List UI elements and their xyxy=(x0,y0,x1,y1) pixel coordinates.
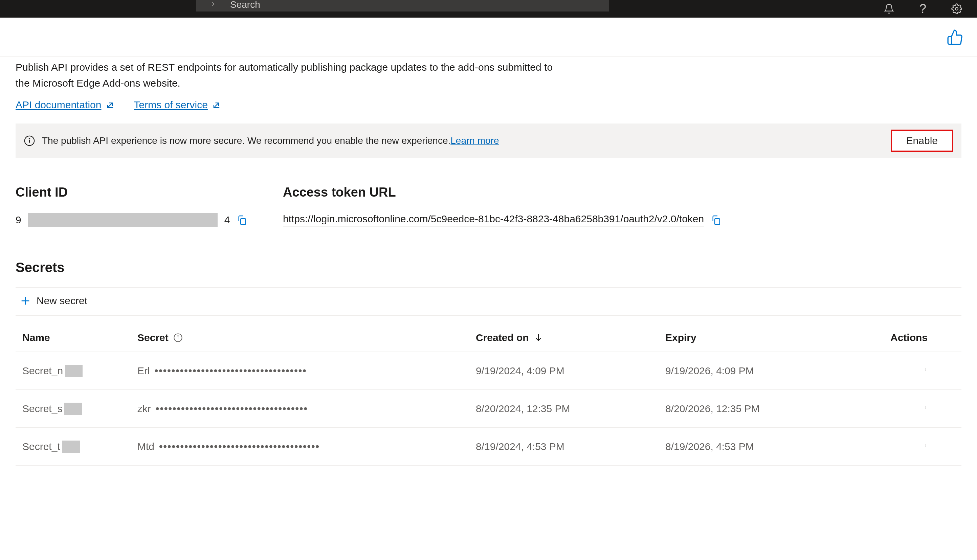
top-header-bar: Search ? xyxy=(0,0,977,18)
client-id-value-row: 9 4 xyxy=(15,213,283,227)
client-id-heading: Client ID xyxy=(15,185,283,200)
secret-value-cell: Erl•••••••••••••••••••••••••••••••••••• xyxy=(137,365,476,377)
id-token-section: Client ID 9 4 Access token URL https://l… xyxy=(15,185,962,227)
info-banner: The publish API experience is now more s… xyxy=(15,123,962,158)
terms-of-service-link[interactable]: Terms of service xyxy=(134,99,221,111)
name-redacted xyxy=(65,365,83,377)
secret-created-cell: 8/19/2024, 4:53 PM xyxy=(476,441,665,452)
secrets-heading: Secrets xyxy=(15,260,962,275)
name-redacted xyxy=(62,440,80,453)
access-token-value-row: https://login.microsoftonline.com/5c9eed… xyxy=(283,213,962,227)
copy-icon[interactable] xyxy=(237,215,247,225)
chevron-right-icon xyxy=(210,0,217,10)
external-link-icon xyxy=(212,100,221,110)
svg-point-21 xyxy=(925,446,926,447)
col-header-name[interactable]: Name xyxy=(22,332,137,343)
search-placeholder-text: Search xyxy=(230,0,260,10)
svg-point-0 xyxy=(955,7,958,10)
secret-actions-cell xyxy=(848,401,955,416)
api-documentation-link[interactable]: API documentation xyxy=(15,99,115,111)
secret-expiry-cell: 8/20/2026, 12:35 PM xyxy=(665,403,848,415)
plus-icon xyxy=(20,295,31,307)
svg-point-14 xyxy=(925,369,926,370)
doc-links-row: API documentation Terms of service xyxy=(15,99,962,111)
svg-point-15 xyxy=(925,370,926,371)
new-secret-button[interactable]: New secret xyxy=(20,295,87,307)
svg-point-13 xyxy=(925,368,926,369)
svg-point-4 xyxy=(29,138,30,139)
search-input[interactable]: Search xyxy=(196,0,609,12)
secret-created-cell: 9/19/2024, 4:09 PM xyxy=(476,365,665,377)
feedback-band xyxy=(0,18,977,57)
client-id-block: Client ID 9 4 xyxy=(15,185,283,227)
more-icon[interactable] xyxy=(924,439,928,454)
gear-icon[interactable] xyxy=(950,2,964,15)
table-row: Secret_n Erl••••••••••••••••••••••••••••… xyxy=(15,352,962,390)
external-link-icon xyxy=(105,100,115,110)
client-id-suffix: 4 xyxy=(224,214,230,226)
header-icon-group: ? xyxy=(882,2,970,15)
col-header-expiry[interactable]: Expiry xyxy=(665,332,848,343)
more-icon[interactable] xyxy=(924,363,928,378)
col-header-secret[interactable]: Secret xyxy=(137,332,476,343)
info-icon[interactable] xyxy=(173,333,183,342)
secret-actions-cell xyxy=(848,439,955,454)
thumbs-up-icon[interactable] xyxy=(947,29,964,46)
copy-icon[interactable] xyxy=(711,215,722,225)
help-icon[interactable]: ? xyxy=(916,2,930,15)
svg-point-20 xyxy=(925,445,926,446)
access-token-url: https://login.microsoftonline.com/5c9eed… xyxy=(283,213,704,227)
secret-expiry-cell: 8/19/2026, 4:53 PM xyxy=(665,441,848,452)
table-row: Secret_s zkr••••••••••••••••••••••••••••… xyxy=(15,390,962,428)
secret-name-cell: Secret_t xyxy=(22,440,137,453)
svg-point-16 xyxy=(925,406,926,407)
table-header-row: Name Secret Created on Expiry Actions xyxy=(15,324,962,352)
secret-expiry-cell: 9/19/2026, 4:09 PM xyxy=(665,365,848,377)
secret-value-cell: zkr•••••••••••••••••••••••••••••••••••• xyxy=(137,403,476,415)
col-header-created[interactable]: Created on xyxy=(476,332,665,343)
secret-created-cell: 8/20/2024, 12:35 PM xyxy=(476,403,665,415)
col-header-actions: Actions xyxy=(848,332,955,343)
info-icon xyxy=(24,135,35,147)
secret-name-cell: Secret_n xyxy=(22,365,137,377)
name-redacted xyxy=(64,403,82,415)
secret-name-cell: Secret_s xyxy=(22,403,137,415)
banner-text: The publish API experience is now more s… xyxy=(42,135,450,146)
svg-point-11 xyxy=(178,336,178,336)
secret-actions-cell xyxy=(848,363,955,378)
svg-point-17 xyxy=(925,407,926,408)
access-token-heading: Access token URL xyxy=(283,185,962,200)
svg-rect-5 xyxy=(241,218,246,224)
access-token-block: Access token URL https://login.microsoft… xyxy=(283,185,962,227)
intro-paragraph: Publish API provides a set of REST endpo… xyxy=(15,60,557,91)
tos-label: Terms of service xyxy=(134,99,208,111)
arrow-down-icon xyxy=(534,333,544,343)
new-secret-label: New secret xyxy=(37,295,87,307)
client-id-prefix: 9 xyxy=(15,214,21,226)
bell-icon[interactable] xyxy=(882,2,896,15)
more-icon[interactable] xyxy=(924,401,928,416)
client-id-redacted xyxy=(28,213,218,227)
svg-point-19 xyxy=(925,444,926,445)
svg-point-18 xyxy=(925,408,926,409)
api-doc-label: API documentation xyxy=(15,99,102,111)
secrets-toolbar: New secret xyxy=(15,287,962,316)
secrets-table: Name Secret Created on Expiry Actions xyxy=(15,324,962,466)
table-row: Secret_t Mtd••••••••••••••••••••••••••••… xyxy=(15,428,962,466)
svg-rect-6 xyxy=(715,218,720,224)
enable-button[interactable]: Enable xyxy=(891,130,953,152)
secret-value-cell: Mtd•••••••••••••••••••••••••••••••••••••… xyxy=(137,441,476,452)
learn-more-link[interactable]: Learn more xyxy=(450,135,499,146)
